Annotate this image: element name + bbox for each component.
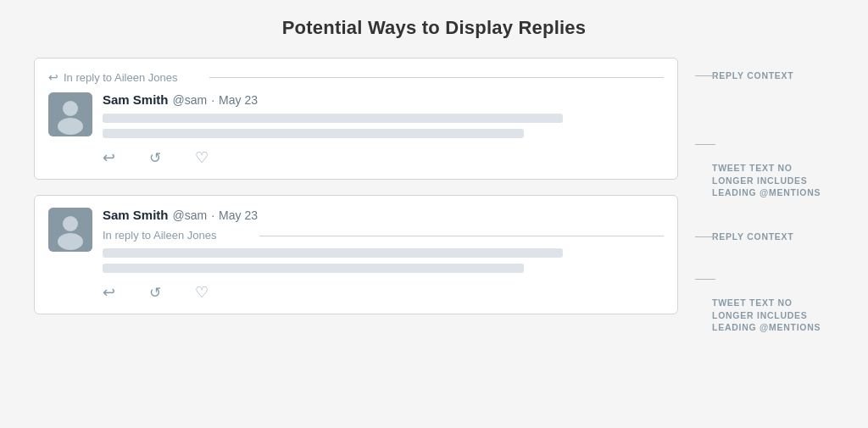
like-action-2[interactable]: ♡ bbox=[195, 283, 209, 302]
page-title: Potential Ways to Display Replies bbox=[34, 17, 834, 39]
tweet-actions-1: ↩ ↺ ♡ bbox=[103, 148, 664, 167]
separator-2: · bbox=[211, 208, 214, 222]
tweet-date-2: May 23 bbox=[219, 208, 258, 222]
svg-point-4 bbox=[63, 216, 78, 231]
tweet-card-1: ↩ In reply to Aileen Jones S bbox=[34, 58, 678, 180]
text-line-1b bbox=[103, 129, 524, 138]
reply-context-top-label: In reply to Aileen Jones bbox=[64, 71, 177, 84]
retweet-action-2[interactable]: ↺ bbox=[149, 284, 161, 302]
reply-action-2[interactable]: ↩ bbox=[103, 283, 115, 302]
tweet-content-1: Sam Smith @sam · May 23 ↩ ↺ ♡ bbox=[103, 92, 664, 167]
tweet-header-2: Sam Smith @sam · May 23 bbox=[103, 208, 664, 222]
card2-outer: Sam Smith @sam · May 23 In reply to Aile… bbox=[34, 195, 834, 314]
text-line-2a bbox=[103, 248, 563, 258]
text-line-2b bbox=[103, 264, 524, 273]
text-line-1a bbox=[103, 114, 563, 123]
page-wrapper: Potential Ways to Display Replies ↩ In r… bbox=[0, 0, 868, 428]
tweet-header-1: Sam Smith @sam · May 23 bbox=[103, 92, 664, 107]
like-action-1[interactable]: ♡ bbox=[195, 148, 209, 167]
tweet-body-2: Sam Smith @sam · May 23 In reply to Aile… bbox=[48, 208, 664, 302]
ann-tweet-text-1: TWEET TEXT NO LONGER INCLUDES LEADING @M… bbox=[712, 138, 821, 198]
ann-reply-context-1: REPLY CONTEXT bbox=[712, 69, 794, 81]
retweet-action-1[interactable]: ↺ bbox=[149, 149, 161, 167]
ann-line-tweet-2 bbox=[695, 279, 715, 280]
svg-point-1 bbox=[63, 101, 78, 116]
tweet-card-2: Sam Smith @sam · May 23 In reply to Aile… bbox=[34, 195, 678, 314]
svg-point-5 bbox=[58, 233, 83, 250]
user-handle-1: @sam bbox=[173, 93, 208, 107]
reply-context-inline-label: In reply to Aileen Jones bbox=[103, 229, 216, 242]
ann-line-reply-1 bbox=[695, 75, 715, 76]
ann-line-reply-2 bbox=[695, 236, 715, 237]
ann-tweet-text-2: TWEET TEXT NO LONGER INCLUDES LEADING @M… bbox=[712, 273, 821, 333]
tweet-date-1: May 23 bbox=[219, 93, 258, 107]
reply-arrow-icon: ↩ bbox=[48, 70, 58, 84]
tweet-actions-2: ↩ ↺ ♡ bbox=[103, 283, 664, 302]
avatar-2 bbox=[48, 208, 92, 252]
ann-line-tweet-1 bbox=[695, 144, 715, 145]
user-handle-2: @sam bbox=[173, 208, 208, 222]
separator-1: · bbox=[211, 93, 214, 107]
svg-point-2 bbox=[58, 118, 83, 135]
cards-area: ↩ In reply to Aileen Jones S bbox=[34, 58, 834, 314]
tweet-body-1: Sam Smith @sam · May 23 ↩ ↺ ♡ bbox=[48, 92, 664, 167]
reply-context-inline: In reply to Aileen Jones bbox=[103, 229, 664, 242]
avatar-1 bbox=[48, 92, 92, 136]
tweet-content-2: Sam Smith @sam · May 23 In reply to Aile… bbox=[103, 208, 664, 302]
reply-action-1[interactable]: ↩ bbox=[103, 148, 115, 167]
ann-reply-context-2: REPLY CONTEXT bbox=[712, 231, 794, 242]
user-name-1: Sam Smith bbox=[103, 92, 169, 107]
reply-context-top: ↩ In reply to Aileen Jones bbox=[48, 70, 664, 84]
card1-outer: ↩ In reply to Aileen Jones S bbox=[34, 58, 834, 180]
user-name-2: Sam Smith bbox=[103, 208, 169, 222]
